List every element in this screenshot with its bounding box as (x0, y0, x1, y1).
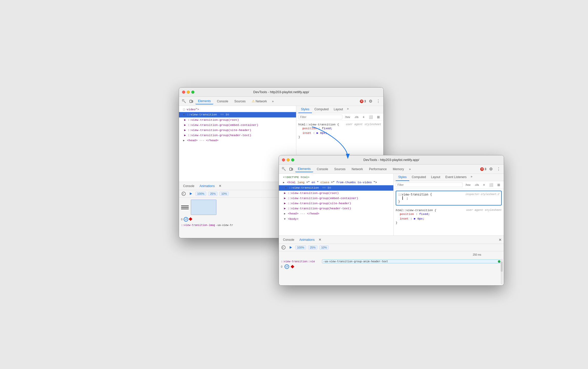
select-element-icon-front[interactable] (281, 166, 287, 172)
scrollbar-thumb-front[interactable] (501, 262, 503, 272)
element-body-front[interactable]: <body> (279, 216, 393, 222)
play-btn-back[interactable] (188, 191, 193, 196)
elements-content-front[interactable]: <!DOCTYPE html> <html lang =" en " class… (279, 174, 393, 235)
element-vt-group-root-back[interactable]: ▶ ::view-transition-group(root) (179, 117, 296, 123)
pause-icon-front[interactable] (281, 245, 286, 250)
timeline-diamond-front (290, 265, 294, 268)
more-options-icon-front[interactable]: ⋮ (496, 166, 502, 172)
anim-row-front: ::view-transition::vie -ua-view-transiti… (281, 259, 502, 263)
minimize-button-front[interactable] (287, 158, 290, 161)
tab-console-front[interactable]: Console (314, 166, 331, 172)
tab-sources-front[interactable]: Sources (332, 166, 348, 172)
element-head-back[interactable]: <head> ··· </head> (179, 138, 296, 143)
speed-10-back[interactable]: 10% (219, 192, 229, 196)
settings-icon-front[interactable]: ⚙ (488, 166, 494, 172)
filter-input-front[interactable] (396, 182, 463, 187)
element-vt-group-embed-front[interactable]: ▶ ::view-transition-group(embed-containe… (279, 196, 393, 201)
tab-animations-back[interactable]: Animations (197, 183, 217, 189)
speed-100-front[interactable]: 100% (295, 245, 306, 249)
maximize-button-front[interactable] (291, 158, 294, 161)
traffic-lights-front[interactable] (282, 158, 294, 161)
cls-btn-back[interactable]: .cls (353, 115, 360, 119)
select-element-icon[interactable] (181, 98, 187, 104)
timeline-250ms-front: 250 ms (473, 253, 481, 256)
tab-sources-back[interactable]: Sources (232, 99, 248, 104)
close-bottom-front[interactable]: ✕ (319, 238, 321, 242)
timeline-header-front: 250 ms (281, 253, 502, 258)
speed-25-front[interactable]: 25% (308, 245, 317, 249)
traffic-lights-back[interactable] (182, 91, 194, 94)
close-button-front[interactable] (282, 158, 285, 161)
tab-styles-front[interactable]: Styles (396, 174, 409, 181)
speed-25-back[interactable]: 25% (208, 192, 217, 196)
error-count-front: ✕ 3 (480, 167, 486, 171)
more-options-icon-back[interactable] (375, 98, 381, 104)
tab-layout-front[interactable]: Layout (428, 174, 443, 181)
tab-animations-front[interactable]: Animations (297, 237, 317, 243)
tab-computed-front[interactable]: Computed (409, 174, 428, 181)
element-doctype-front[interactable]: <!DOCTYPE html> (279, 175, 393, 180)
replay-btn-back[interactable]: ↺ (184, 217, 188, 222)
anim-bar-block-back (191, 200, 216, 215)
filter-input-back[interactable] (298, 115, 342, 119)
tab-elements-back[interactable]: Elements (195, 98, 213, 104)
speed-100-back[interactable]: 100% (195, 192, 206, 196)
tab-console-bottom-back[interactable]: Console (181, 183, 196, 189)
element-vt-group-site-front[interactable]: ▶ ::view-transition-group(site-header) (279, 201, 393, 206)
tab-layout-back[interactable]: Layout (331, 106, 345, 113)
close-button-back[interactable] (182, 91, 185, 94)
styles-filter-bar-back: :hov .cls + ⬜ ⊞ (296, 113, 383, 121)
layout-icon-back[interactable]: ⊞ (375, 115, 381, 120)
more-style-tabs-front[interactable]: » (469, 174, 474, 181)
tab-network-back[interactable]: ⚠ Network (249, 98, 269, 104)
copy-icon-back[interactable]: ⬜ (367, 115, 374, 120)
add-rule-icon-back[interactable]: + (361, 114, 366, 120)
element-vt-group-site-back[interactable]: ▶ ::view-transition-group(site-header) (179, 128, 296, 133)
tab-event-listeners-front[interactable]: Event Listeners (443, 174, 469, 181)
add-rule-icon-front[interactable]: + (481, 182, 487, 187)
error-icon-front: ✕ (480, 167, 484, 171)
settings-icon-back[interactable] (368, 98, 374, 104)
device-toolbar-icon-front[interactable] (288, 166, 294, 172)
cls-btn-front[interactable]: .cls (473, 183, 480, 187)
element-vt-group-embed-back[interactable]: ▶ ::view-transition-group(embed-containe… (179, 123, 296, 128)
tab-performance-front[interactable]: Performance (366, 166, 389, 172)
elements-panel-front: <!DOCTYPE html> <html lang =" en " class… (279, 174, 394, 235)
scrollbar-track-front[interactable] (501, 259, 503, 284)
element-head-front[interactable]: <head> ··· </head> (279, 211, 393, 216)
more-tabs-front[interactable]: » (407, 166, 412, 172)
hov-btn-front[interactable]: :hov (464, 183, 472, 187)
layout-icon-front[interactable]: ⊞ (496, 182, 502, 187)
tab-console-bottom-front[interactable]: Console (281, 237, 296, 243)
close-panel-btn-front[interactable]: ✕ (499, 238, 502, 242)
tab-elements-front[interactable]: Elements (295, 166, 313, 172)
element-vt-group-root-front[interactable]: ▶ ::view-transition-group(root) (279, 191, 393, 196)
element-vt-group-header-back[interactable]: ▶ ::view-transition-group(header-text) (179, 133, 296, 138)
element-html-front[interactable]: <html lang =" en " class =" from-thumbs … (279, 180, 393, 185)
element-video-back[interactable]: ⬚ video"> (179, 107, 296, 112)
tab-console-back[interactable]: Console (214, 99, 231, 104)
element-vt-group-header-front[interactable]: ▶ ::view-transition-group(header-text) (279, 206, 393, 211)
tab-computed-back[interactable]: Computed (312, 106, 331, 113)
tab-styles-back[interactable]: Styles (298, 106, 312, 113)
pause-icon-back[interactable] (181, 191, 186, 196)
hov-btn-back[interactable]: :hov (343, 115, 352, 119)
replay-btn-front[interactable]: ↺ (285, 264, 289, 269)
tab-memory-front[interactable]: Memory (390, 166, 406, 172)
element-view-transition-front[interactable]: ::view-transition == $0 (279, 185, 393, 191)
element-view-transition-back[interactable]: ::view-transition == $0 (179, 112, 296, 117)
copy-icon-front[interactable]: ⬜ (488, 182, 495, 187)
more-tabs-back[interactable]: » (270, 99, 275, 104)
toolbar-front: Elements Console Sources Network Perform… (279, 165, 504, 174)
speed-10-front[interactable]: 10% (319, 245, 329, 249)
more-style-tabs-back[interactable]: » (345, 106, 350, 113)
maximize-button-back[interactable] (191, 91, 194, 94)
tab-network-front[interactable]: Network (349, 166, 365, 172)
device-toolbar-icon[interactable] (188, 98, 194, 104)
inspector-closing-brace: } (398, 200, 499, 203)
style-prop-position-back: position : fixed; (298, 126, 381, 131)
play-btn-front[interactable] (288, 245, 293, 250)
minimize-button-back[interactable] (187, 91, 190, 94)
svg-point-3 (182, 192, 185, 196)
close-bottom-back[interactable]: ✕ (219, 184, 222, 188)
